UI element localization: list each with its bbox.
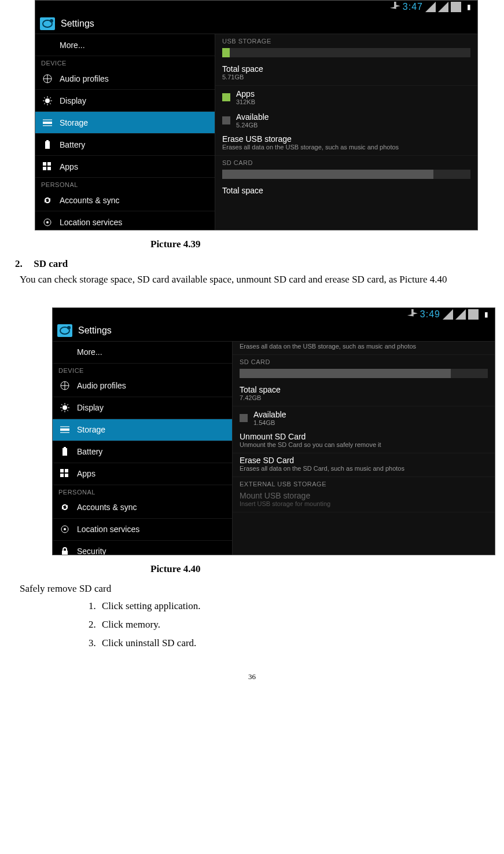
nav-audio-profiles[interactable]: Audio profiles [53, 375, 232, 397]
svg-point-1 [45, 98, 50, 103]
section-sd-card: SD CARD [215, 156, 477, 167]
nav-apps[interactable]: Apps [53, 463, 232, 485]
nav-storage[interactable]: Storage [35, 112, 215, 134]
svg-rect-2 [43, 122, 52, 124]
svg-rect-21 [60, 469, 64, 472]
svg-rect-4 [43, 125, 52, 126]
nav-category-device: DEVICE [53, 364, 232, 375]
storage-icon [42, 118, 53, 128]
svg-rect-10 [47, 167, 51, 170]
unmount-sd-card[interactable]: Unmount SD Card Unmount the SD Card so y… [233, 430, 495, 453]
settings-nav: More... DEVICE Audio profiles Display St… [53, 342, 232, 555]
audio-icon [42, 74, 53, 84]
battery-icon: ▮ [463, 2, 474, 12]
svg-rect-22 [65, 469, 68, 472]
svg-rect-9 [43, 167, 46, 170]
nav-category-device: DEVICE [35, 56, 215, 68]
nav-location-services[interactable]: Location services [35, 211, 215, 230]
svg-rect-7 [43, 162, 46, 166]
usb-usage-bar [222, 48, 470, 57]
sd-total-space[interactable]: Total space 7.42GB [233, 383, 495, 406]
screenshot-2: 3:49 ▮ Settings More... DEVICE Audio pro… [52, 307, 495, 555]
app-header: Settings [35, 13, 477, 34]
svg-rect-6 [46, 140, 49, 141]
paragraph-safely-remove: Safely remove SD card [20, 583, 492, 595]
nav-location-services[interactable]: Location services [53, 519, 232, 541]
usb-total-space[interactable]: Total space 5.71GB [215, 62, 477, 86]
nav-accounts-sync[interactable]: Accounts & sync [53, 497, 232, 519]
nav-more[interactable]: More... [35, 34, 215, 56]
svg-rect-24 [65, 474, 68, 477]
figure-caption-1: Picture 4.39 [150, 239, 492, 250]
sync-icon [60, 502, 70, 512]
available-swatch-icon [222, 116, 230, 124]
battery-icon [60, 446, 70, 457]
status-clock: 3:47 [403, 2, 423, 12]
lock-icon [60, 546, 70, 555]
signal-icon [443, 309, 453, 320]
prev-erase-subtitle: Erases all data on the USB storage, such… [233, 342, 495, 355]
section-sd-card: SD CARD [233, 355, 495, 366]
svg-rect-17 [60, 426, 69, 427]
steps-list: Click setting application. Click memory.… [98, 600, 492, 649]
section-external-usb: EXTERNAL USB STORAGE [233, 477, 495, 489]
svg-rect-19 [62, 448, 67, 456]
signal-icon-2 [455, 309, 466, 320]
nav-security[interactable]: Security [53, 541, 232, 555]
usb-icon [407, 309, 418, 320]
location-icon [60, 524, 70, 534]
sd-usage-bar [240, 369, 488, 378]
sd-available[interactable]: Available 1.54GB [233, 406, 495, 430]
status-clock: 3:49 [420, 309, 440, 320]
available-swatch-icon [240, 414, 248, 422]
sd-total-space[interactable]: Total space [215, 184, 477, 200]
nav-more[interactable]: More... [53, 342, 232, 364]
apps-swatch-icon [222, 93, 230, 101]
list-item: Click memory. [98, 619, 492, 631]
page-number: 36 [12, 672, 492, 681]
bluetooth-icon [451, 2, 461, 12]
storage-pane: USB STORAGE Total space 5.71GB Apps 312K… [215, 34, 477, 230]
sd-usage-bar [222, 170, 470, 179]
section-heading-sd-card: 2. SD card [15, 258, 492, 270]
settings-app-icon [40, 17, 55, 30]
storage-icon [60, 424, 70, 435]
erase-usb-storage[interactable]: Erase USB storage Erases all data on the… [215, 132, 477, 156]
nav-battery[interactable]: Battery [53, 441, 232, 463]
svg-point-12 [46, 221, 49, 223]
usb-apps[interactable]: Apps 312KB [215, 86, 477, 109]
location-icon [42, 217, 53, 228]
storage-pane: Erases all data on the USB storage, such… [232, 342, 495, 555]
nav-storage[interactable]: Storage [53, 419, 232, 441]
nav-display[interactable]: Display [35, 90, 215, 112]
svg-rect-27 [62, 551, 68, 555]
apps-icon [42, 162, 53, 172]
nav-display[interactable]: Display [53, 397, 232, 419]
app-header: Settings [53, 321, 495, 342]
settings-app-icon [57, 324, 72, 337]
nav-apps[interactable]: Apps [35, 156, 215, 178]
mount-usb-storage: Mount USB storage Insert USB storage for… [233, 489, 495, 512]
audio-icon [60, 380, 70, 391]
paragraph-sd-desc: You can check storage space, SD card ava… [20, 273, 489, 287]
signal-icon [425, 2, 436, 12]
nav-battery[interactable]: Battery [35, 134, 215, 156]
settings-nav: More... DEVICE Audio profiles Display St… [35, 34, 215, 230]
section-usb-storage: USB STORAGE [215, 34, 477, 46]
nav-audio-profiles[interactable]: Audio profiles [35, 68, 215, 90]
svg-rect-16 [60, 428, 69, 431]
svg-rect-3 [43, 119, 52, 120]
status-bar: 3:49 ▮ [53, 308, 495, 321]
sync-icon [42, 195, 53, 206]
erase-sd-card[interactable]: Erase SD Card Erases all data on the SD … [233, 453, 495, 477]
nav-category-personal: PERSONAL [35, 178, 215, 189]
display-icon [60, 402, 70, 413]
list-item: Click uninstall SD card. [98, 637, 492, 649]
usb-available[interactable]: Available 5.24GB [215, 109, 477, 132]
nav-accounts-sync[interactable]: Accounts & sync [35, 189, 215, 211]
bluetooth-icon [468, 309, 479, 320]
svg-point-26 [64, 528, 66, 530]
apps-icon [60, 468, 70, 479]
battery-icon: ▮ [481, 309, 491, 320]
display-icon [42, 96, 53, 106]
